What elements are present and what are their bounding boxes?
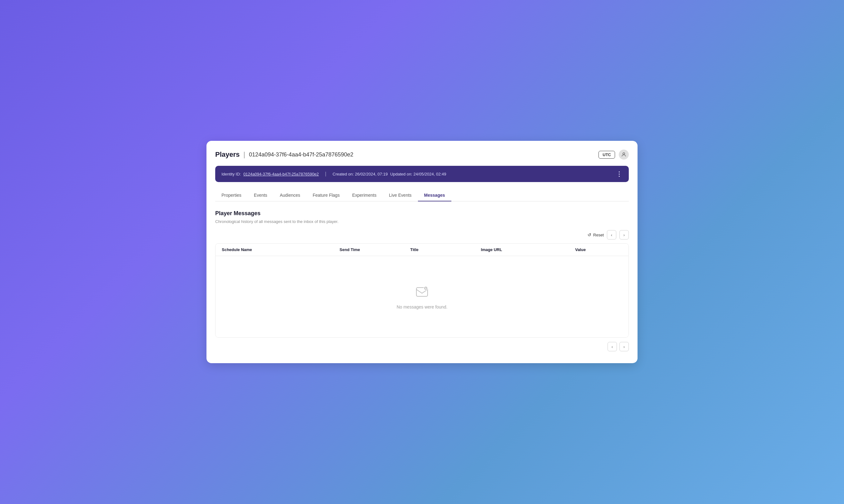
created-on-label: Created on: 26/02/2024, 07:19 [333,172,388,176]
utc-button[interactable]: UTC [598,151,615,159]
main-container: Players | 0124a094-37f6-4aa4-b47f-25a787… [206,141,638,363]
page-title: Players [215,150,239,159]
page-header: Players | 0124a094-37f6-4aa4-b47f-25a787… [215,149,629,160]
tab-properties[interactable]: Properties [215,190,248,201]
identity-more-button[interactable]: ⋮ [616,170,623,178]
svg-point-0 [623,153,625,155]
section-subtitle: Chronological history of all messages se… [215,219,629,224]
identity-label: Identity ID: [221,172,241,176]
tab-events[interactable]: Events [248,190,274,201]
empty-message-text: No messages were found. [397,304,448,309]
header-left: Players | 0124a094-37f6-4aa4-b47f-25a787… [215,150,353,159]
bottom-pagination: ‹ › [215,342,629,351]
updated-on-label: Updated on: 24/05/2024, 02:49 [390,172,446,176]
identity-id-link[interactable]: 0124a094-37f6-4aa4-b47f-25a7876590e2 [243,172,319,176]
reset-label: Reset [593,233,604,237]
messages-section: Player Messages Chronological history of… [215,210,629,355]
table-body: No messages were found. [216,256,628,337]
tabs-nav: Properties Events Audiences Feature Flag… [215,190,629,201]
identity-separator: | [325,171,326,177]
empty-icon-wrapper [414,284,430,300]
col-image-url: Image URL [481,247,575,252]
header-right: UTC [598,149,629,160]
prev-page-button-top[interactable]: ‹ [607,230,616,239]
avatar[interactable] [619,149,629,160]
reset-button[interactable]: ↺ Reset [588,232,604,237]
table-toolbar: ↺ Reset ‹ › [215,230,629,239]
tab-live-events[interactable]: Live Events [383,190,418,201]
reset-icon: ↺ [588,232,591,237]
tab-audiences[interactable]: Audiences [274,190,306,201]
header-divider: | [243,150,245,159]
table-header: Schedule Name Send Time Title Image URL … [216,244,628,256]
identity-bar: Identity ID: 0124a094-37f6-4aa4-b47f-25a… [215,166,629,182]
section-title: Player Messages [215,210,629,217]
col-send-time: Send Time [340,247,410,252]
player-id: 0124a094-37f6-4aa4-b47f-25a7876590e2 [249,151,353,158]
next-page-button-top[interactable]: › [619,230,629,239]
next-page-button-bottom[interactable]: › [619,342,629,351]
chevron-right-bottom-icon: › [624,344,625,349]
tab-messages[interactable]: Messages [418,190,451,201]
chevron-left-bottom-icon: ‹ [612,344,613,349]
col-title: Title [410,247,481,252]
chevron-left-icon: ‹ [611,233,612,237]
col-value: Value [575,247,622,252]
prev-page-button-bottom[interactable]: ‹ [608,342,617,351]
messages-table: Schedule Name Send Time Title Image URL … [215,243,629,338]
empty-messages-icon [415,285,429,299]
tab-feature-flags[interactable]: Feature Flags [306,190,346,201]
chevron-right-icon: › [624,233,625,237]
col-schedule-name: Schedule Name [222,247,340,252]
tab-experiments[interactable]: Experiments [346,190,383,201]
identity-bar-left: Identity ID: 0124a094-37f6-4aa4-b47f-25a… [221,171,446,177]
